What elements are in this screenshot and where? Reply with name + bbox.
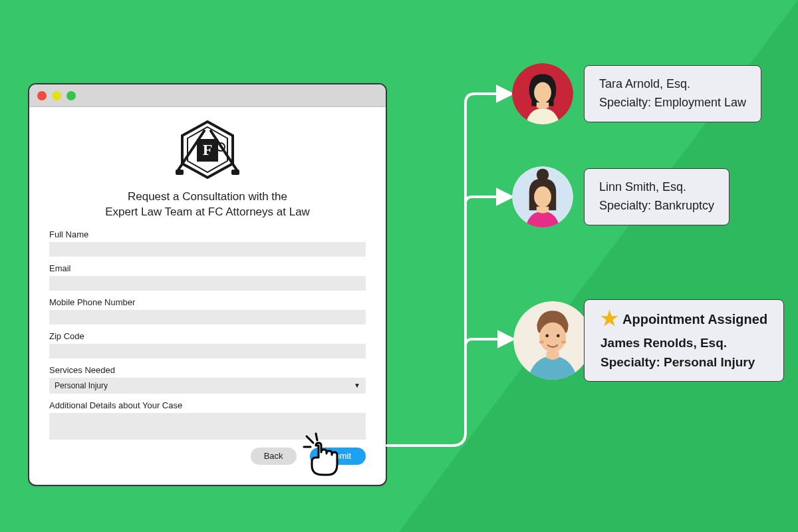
attorney-card: Tara Arnold, Esq. Specialty: Employment … bbox=[584, 65, 761, 122]
chevron-down-icon: ▼ bbox=[354, 382, 360, 389]
mobile-label: Mobile Phone Number bbox=[49, 297, 366, 307]
svg-line-9 bbox=[307, 436, 313, 443]
attorney-specialty: Specialty: Employment Law bbox=[599, 94, 746, 112]
assigned-header-text: Appointment Assigned bbox=[622, 309, 767, 330]
window-maximize-icon[interactable] bbox=[66, 91, 76, 100]
window-titlebar bbox=[29, 84, 386, 107]
svg-point-20 bbox=[557, 334, 560, 338]
fullname-label: Full Name bbox=[49, 229, 366, 239]
firm-logo: F bbox=[49, 119, 366, 183]
window-close-icon[interactable] bbox=[37, 91, 47, 100]
zip-label: Zip Code bbox=[49, 331, 366, 341]
attorney-james-renolds: ★ Appointment Assigned James Renolds, Es… bbox=[513, 299, 784, 382]
attorney-name: Tara Arnold, Esq. bbox=[599, 75, 746, 94]
attorney-name: Linn Smith, Esq. bbox=[599, 178, 714, 197]
attorney-card: Linn Smith, Esq. Specialty: Bankruptcy bbox=[584, 168, 730, 225]
pointer-cursor-icon bbox=[303, 432, 342, 481]
email-input[interactable] bbox=[49, 276, 366, 291]
form-title-line1: Request a Consultation with the bbox=[128, 190, 287, 203]
services-select[interactable]: Personal Injury ▼ bbox=[49, 378, 366, 394]
window-minimize-icon[interactable] bbox=[52, 91, 61, 100]
attorney-specialty: Specialty: Bankruptcy bbox=[599, 197, 714, 215]
avatar bbox=[513, 301, 592, 380]
svg-point-19 bbox=[545, 334, 549, 338]
services-selected-value: Personal Injury bbox=[55, 381, 108, 390]
assigned-card: ★ Appointment Assigned James Renolds, Es… bbox=[584, 299, 784, 382]
svg-point-22 bbox=[561, 340, 566, 344]
consultation-form-window: F Request a Consultation with the Expert… bbox=[28, 83, 387, 486]
attorney-name: James Renolds, Esq. bbox=[600, 334, 767, 353]
back-button[interactable]: Back bbox=[251, 448, 297, 465]
attorney-tara-arnold: Tara Arnold, Esq. Specialty: Employment … bbox=[512, 63, 761, 124]
svg-line-10 bbox=[316, 434, 317, 440]
svg-rect-7 bbox=[176, 170, 184, 175]
details-label: Additional Details about Your Case bbox=[49, 400, 366, 410]
avatar bbox=[512, 63, 573, 124]
attorney-specialty: Specialty: Personal Injury bbox=[600, 353, 767, 372]
form-title-line2: Expert Law Team at FC Attorneys at Law bbox=[105, 205, 310, 218]
fullname-input[interactable] bbox=[49, 242, 366, 257]
svg-point-13 bbox=[534, 82, 551, 103]
form-title: Request a Consultation with the Expert L… bbox=[49, 190, 366, 220]
svg-point-21 bbox=[539, 340, 544, 344]
email-label: Email bbox=[49, 263, 366, 273]
star-icon: ★ bbox=[600, 309, 618, 329]
svg-text:F: F bbox=[203, 141, 213, 158]
attorney-linn-smith: Linn Smith, Esq. Specialty: Bankruptcy bbox=[512, 166, 730, 227]
services-label: Services Needed bbox=[49, 365, 366, 375]
mobile-input[interactable] bbox=[49, 310, 366, 325]
zip-input[interactable] bbox=[49, 344, 366, 358]
avatar bbox=[512, 166, 573, 227]
svg-rect-8 bbox=[231, 170, 239, 175]
svg-point-16 bbox=[534, 186, 551, 207]
